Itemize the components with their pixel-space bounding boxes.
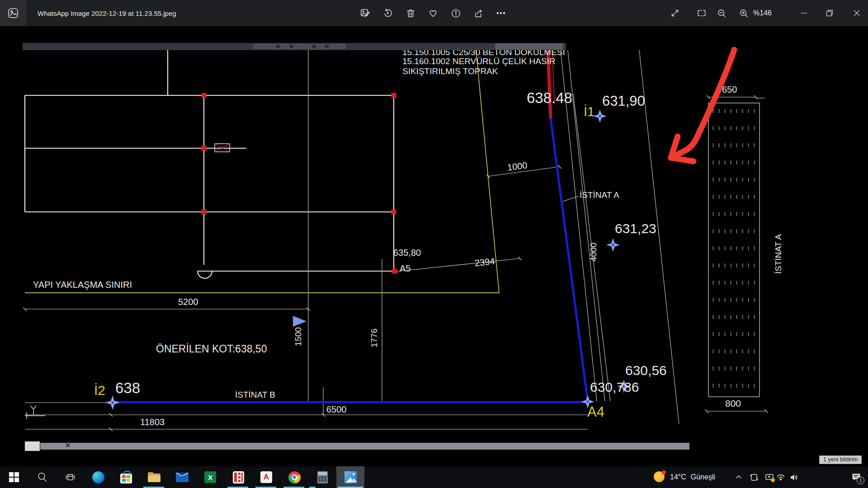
autocad-icon: A [260, 471, 272, 483]
fullscreen-button[interactable] [666, 4, 684, 22]
dim-1776: 1776 [370, 324, 379, 352]
tray-expand-button[interactable] [731, 466, 746, 488]
red-tiles-app-button[interactable] [224, 466, 252, 488]
photo-bottom-ui-remnant-box [25, 441, 40, 451]
minimize-button[interactable] [793, 0, 814, 26]
photos-app-icon [7, 7, 19, 19]
windows-taskbar: X A 14°C Güneşli [0, 466, 868, 488]
dim-11803: 11803 [140, 418, 165, 427]
edge-button[interactable] [84, 466, 112, 488]
action-center-button[interactable]: 1 [844, 466, 868, 488]
label-istinat-b: İSTİNAT B [235, 390, 275, 399]
dim-6500: 6500 [326, 405, 347, 414]
photos-taskbar-icon [344, 471, 357, 483]
mail-button[interactable] [168, 466, 196, 488]
chrome-icon [288, 471, 301, 483]
photo-top-ui-remnant [23, 43, 566, 50]
photo-canvas[interactable]: × îîîîîîîîîîîîîîîîîîîîîîîîîîîîîîîîîîîîîî… [0, 26, 868, 466]
notification-tooltip: 1 yeni bildirim [819, 455, 862, 464]
weather-alert-dot [662, 470, 666, 474]
tablet-mode-icon [750, 473, 759, 482]
elevation-631-23: 631,23 [615, 221, 656, 236]
cad-note-3: SIKIŞTIRILMIŞ TOPRAK [402, 67, 498, 76]
zoom-out-button[interactable] [712, 4, 731, 22]
red-tiles-app-icon [233, 471, 244, 483]
fit-to-window-button[interactable] [693, 4, 711, 22]
fullscreen-icon [670, 8, 680, 18]
dim-635-80: 635,80 [393, 248, 421, 258]
store-button[interactable] [112, 466, 140, 488]
elevation-630-56: 630,56 [625, 363, 667, 378]
edge-icon [92, 471, 104, 483]
rebar-hatch: îîîîîîîîîîîîîîîîîîîîîîîîîîîîîîîîîîîîîîîî… [712, 108, 767, 402]
weather-condition: Güneşli [691, 473, 715, 481]
label-istinat-a-side: İSTİNAT A [774, 231, 783, 277]
zoom-out-icon [717, 8, 727, 19]
dim-5200: 5200 [178, 297, 198, 307]
file-explorer-icon [148, 472, 160, 482]
wifi-icon [776, 473, 785, 482]
window-title: WhatsApp Image 2022-12-19 at 11.23.55.jp… [38, 0, 176, 26]
start-button[interactable] [0, 466, 28, 488]
tray-tablet-mode-button[interactable] [747, 466, 761, 488]
file-explorer-button[interactable] [140, 466, 168, 488]
task-view-icon [65, 472, 75, 483]
share-icon [473, 8, 484, 19]
cad-note-2: 15.160.1002 NERVÜRLÜ ÇELİK HASIR [402, 57, 556, 66]
more-button[interactable] [492, 4, 510, 22]
close-button[interactable] [845, 0, 868, 26]
restore-icon [825, 8, 835, 18]
search-button[interactable] [28, 466, 56, 488]
zoom-in-icon [739, 8, 749, 19]
info-button[interactable] [447, 4, 465, 22]
favorite-button[interactable] [424, 4, 442, 22]
chrome-button[interactable] [280, 466, 308, 488]
chevron-up-icon [735, 474, 742, 481]
task-view-button[interactable] [56, 466, 84, 488]
zoom-in-button[interactable] [735, 4, 753, 22]
edit-image-icon [360, 8, 371, 19]
tray-wifi-button[interactable] [774, 466, 788, 488]
photo-bottom-scrollbar-remnant [40, 443, 689, 450]
dim-1500: 1500 [294, 323, 303, 350]
label-i1: İ1 [584, 105, 594, 118]
calculator-icon [317, 471, 328, 483]
elevation-638-48: 638.48 [527, 90, 572, 106]
label-a5: A5 [400, 264, 410, 273]
minimize-icon [799, 8, 809, 18]
label-i2: İ2 [94, 383, 105, 398]
autocad-button[interactable]: A [252, 466, 280, 488]
excel-button[interactable]: X [196, 466, 224, 488]
trash-icon [406, 8, 416, 19]
close-icon [852, 8, 862, 18]
label-yapi-yaklasma: YAPI YAKLAŞMA SINIRI [33, 280, 132, 290]
notification-count-badge: 1 [857, 477, 864, 484]
info-icon [451, 8, 461, 19]
dim-4000: 4000 [589, 239, 598, 266]
weather-temperature: 14°C [670, 473, 686, 481]
rotate-button[interactable] [379, 4, 397, 22]
dim-650: 650 [722, 85, 737, 94]
elevation-630-786: 630,786 [590, 380, 639, 394]
mail-icon [176, 473, 189, 482]
excel-icon: X [204, 471, 216, 483]
ellipsis-icon [495, 8, 506, 19]
elevation-638: 638 [115, 380, 140, 396]
remnant-close-mark: × [66, 441, 70, 450]
tray-volume-button[interactable] [787, 466, 801, 488]
dim-800: 800 [725, 399, 741, 408]
photos-app-titlebar: WhatsApp Image 2022-12-19 at 11.23.55.jp… [0, 0, 868, 26]
speaker-icon [789, 473, 799, 482]
fit-to-window-icon [696, 8, 707, 19]
share-button[interactable] [469, 4, 487, 22]
weather-widget[interactable]: 14°C Güneşli [650, 466, 735, 488]
label-istinat-a: İSTİNAT A [580, 191, 619, 200]
windows-logo-icon [9, 472, 19, 482]
edit-image-button[interactable] [356, 4, 374, 22]
calculator-button[interactable] [308, 466, 336, 488]
photos-app-button[interactable] [336, 466, 364, 488]
zoom-level: %146 [753, 0, 772, 26]
rotate-icon [382, 8, 393, 19]
delete-button[interactable] [401, 4, 420, 22]
restore-button[interactable] [819, 0, 840, 26]
